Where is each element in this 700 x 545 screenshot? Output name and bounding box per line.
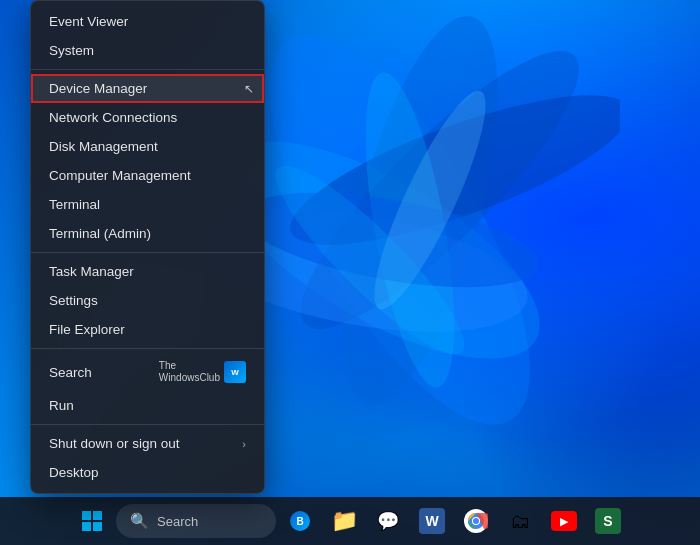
menu-item-label: Run — [49, 398, 74, 413]
menu-item-task-manager[interactable]: Task Manager — [31, 257, 264, 286]
menu-item-label: File Explorer — [49, 322, 125, 337]
search-icon: 🔍 — [130, 512, 149, 530]
windows-club-badge: TheWindowsClubW — [159, 360, 246, 384]
bing-icon[interactable]: B — [280, 501, 320, 541]
menu-divider — [31, 424, 264, 425]
menu-item-settings[interactable]: Settings — [31, 286, 264, 315]
svg-rect-10 — [82, 511, 91, 520]
menu-item-label: Desktop — [49, 465, 99, 480]
menu-item-terminal[interactable]: Terminal — [31, 190, 264, 219]
svg-rect-12 — [82, 522, 91, 531]
explorer-icon[interactable]: 🗂 — [500, 501, 540, 541]
chrome-logo-icon — [464, 509, 488, 533]
menu-item-label: Disk Management — [49, 139, 158, 154]
menu-item-label: Computer Management — [49, 168, 191, 183]
menu-item-desktop[interactable]: Desktop — [31, 458, 264, 487]
menu-item-label: Device Manager — [49, 81, 147, 96]
start-button[interactable] — [72, 501, 112, 541]
windows-logo-icon — [81, 510, 103, 532]
desktop: Event ViewerSystemDevice Manager↖Network… — [0, 0, 700, 545]
menu-item-terminal-admin[interactable]: Terminal (Admin) — [31, 219, 264, 248]
menu-item-label: Task Manager — [49, 264, 134, 279]
cursor-icon: ↖ — [244, 82, 254, 96]
app-s-icon[interactable]: S — [588, 501, 628, 541]
menu-item-label: Search — [49, 365, 92, 380]
menu-item-search[interactable]: SearchTheWindowsClubW — [31, 353, 264, 391]
menu-item-label: Terminal (Admin) — [49, 226, 151, 241]
menu-item-label: Event Viewer — [49, 14, 128, 29]
teams-icon[interactable]: 💬 — [368, 501, 408, 541]
menu-divider — [31, 348, 264, 349]
menu-item-label: Terminal — [49, 197, 100, 212]
file-explorer-icon[interactable]: 📁 — [324, 501, 364, 541]
menu-item-disk-management[interactable]: Disk Management — [31, 132, 264, 161]
context-menu: Event ViewerSystemDevice Manager↖Network… — [30, 0, 265, 494]
menu-item-label: Shut down or sign out — [49, 436, 180, 451]
youtube-icon[interactable]: ▶ — [544, 501, 584, 541]
taskbar-icons: B 📁 💬 W — [280, 501, 628, 541]
menu-item-run[interactable]: Run — [31, 391, 264, 420]
windows-club-text: TheWindowsClub — [159, 360, 220, 384]
menu-item-label: Settings — [49, 293, 98, 308]
menu-item-computer-management[interactable]: Computer Management — [31, 161, 264, 190]
svg-rect-13 — [93, 522, 102, 531]
menu-item-network-connections[interactable]: Network Connections — [31, 103, 264, 132]
menu-divider — [31, 252, 264, 253]
menu-item-label: System — [49, 43, 94, 58]
taskbar: 🔍 Search B 📁 💬 W — [0, 497, 700, 545]
submenu-arrow-icon: › — [242, 438, 246, 450]
folder-icon: 📁 — [331, 508, 358, 534]
svg-point-17 — [473, 518, 479, 524]
windows-club-logo-icon: W — [224, 361, 246, 383]
youtube-logo: ▶ — [551, 511, 577, 531]
chrome-icon[interactable] — [456, 501, 496, 541]
taskbar-search[interactable]: 🔍 Search — [116, 504, 276, 538]
menu-item-event-viewer[interactable]: Event Viewer — [31, 7, 264, 36]
menu-item-label: Network Connections — [49, 110, 177, 125]
menu-item-file-explorer[interactable]: File Explorer — [31, 315, 264, 344]
menu-item-system[interactable]: System — [31, 36, 264, 65]
word-logo: W — [419, 508, 445, 534]
menu-divider — [31, 69, 264, 70]
bing-logo: B — [290, 511, 310, 531]
search-label: Search — [157, 514, 198, 529]
word-icon[interactable]: W — [412, 501, 452, 541]
teams-logo-icon: 💬 — [377, 510, 399, 532]
menu-item-shut-down[interactable]: Shut down or sign out› — [31, 429, 264, 458]
svg-rect-11 — [93, 511, 102, 520]
folders-icon: 🗂 — [510, 510, 530, 533]
app-s-logo: S — [595, 508, 621, 534]
menu-item-device-manager[interactable]: Device Manager↖ — [31, 74, 264, 103]
